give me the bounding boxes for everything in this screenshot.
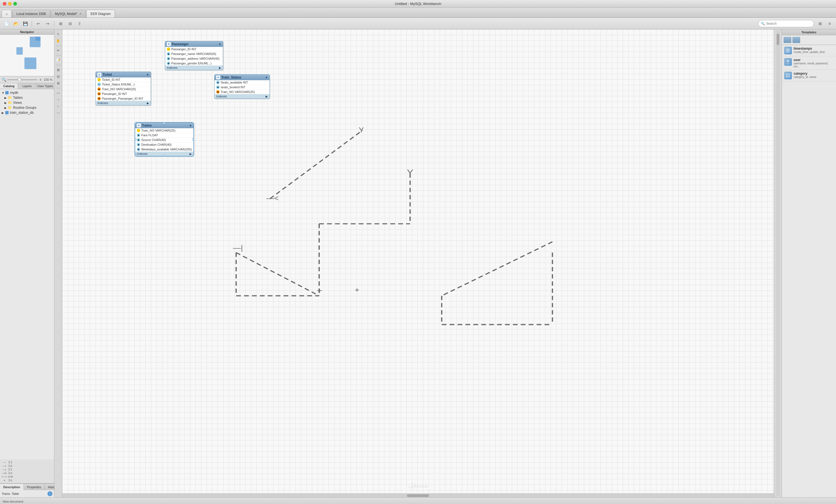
search-input[interactable] <box>766 22 811 25</box>
passanger-expand-icon[interactable]: ▼ <box>218 43 221 46</box>
rel-tool-4[interactable]: ⋯ <box>55 110 61 116</box>
ticket-expand-icon[interactable]: ▼ <box>146 73 149 76</box>
relationship-types: — 1:1 —< 1:n —| 1:1 —|< 1:n >—< n:m ∞ 1:… <box>0 459 54 483</box>
svg-rect-23 <box>788 74 790 75</box>
rel-1-1: — 1:1 <box>2 461 53 464</box>
navigator: Navigator <box>0 30 54 76</box>
table-train-status[interactable]: ⊞ Train_Status ▼ ◆ Seats_available INT ◆… <box>214 74 270 99</box>
tab-home[interactable]: ⌂ <box>2 10 12 18</box>
template-category[interactable]: category category_id, name <box>782 70 836 81</box>
canvas-area[interactable]: —< Y + Y + —| ⊞ Passanger ▼ <box>62 30 774 497</box>
toggle-button-1[interactable]: ⊞ <box>57 20 65 27</box>
resize-handle-e[interactable] <box>192 138 194 140</box>
field-seats-booked: ◆ seats_booked INT <box>214 85 269 90</box>
template-timestamps[interactable]: T timestamps create_time, update_time <box>782 45 836 56</box>
tree-tables[interactable]: ▶ 📁 Tables <box>0 95 54 100</box>
template-user-desc: username, email, password, cre... <box>794 62 834 68</box>
vscroll[interactable] <box>776 31 780 496</box>
trains-expand-icon[interactable]: ▼ <box>189 124 192 127</box>
view-list-button[interactable]: ≡ <box>825 20 834 27</box>
redo-button[interactable]: ↪ <box>43 20 52 27</box>
template-timestamps-icon: T <box>784 46 792 54</box>
hand-tool[interactable]: ✋ <box>55 38 61 44</box>
tab-catalog[interactable]: Catalog <box>0 83 18 89</box>
description-info-button[interactable]: i <box>48 491 53 496</box>
table-passanger[interactable]: ⊞ Passanger ▼ 🔑 Passanger_ID INT ◆ Passa… <box>165 41 223 70</box>
rel-1-1-icon: — <box>2 461 7 464</box>
rel-1-n-b-label: 1:n <box>8 471 12 474</box>
table-ticket[interactable]: ⊞ Ticket ▼ 🔑 Ticket_ID INT ◇ Ticket_Stat… <box>95 72 151 105</box>
train-db-icon <box>5 111 9 115</box>
train-status-expand-icon[interactable]: ▼ <box>265 76 268 79</box>
toggle-button-2[interactable]: ⊟ <box>66 20 74 27</box>
close-button[interactable] <box>3 2 6 5</box>
rel-1-n: —< 1:n <box>2 464 53 468</box>
save-button[interactable]: 💾 <box>21 20 30 27</box>
tab-local-instance[interactable]: Local instance 3306 <box>12 10 50 18</box>
open-button[interactable]: 📂 <box>12 20 20 27</box>
btab-properties[interactable]: Properties <box>24 484 45 490</box>
status-bar: New document. <box>0 497 836 504</box>
resize-handle-sw[interactable] <box>135 155 136 156</box>
maximize-button[interactable] <box>13 2 17 5</box>
zoom-in-icon[interactable]: + <box>38 77 43 82</box>
zoom-slider[interactable] <box>7 79 37 80</box>
resize-handle-w[interactable] <box>135 138 136 140</box>
template-user-text: user username, email, password, cre... <box>794 58 834 68</box>
minimize-button[interactable] <box>8 2 12 5</box>
table-train-status-indexes[interactable]: Indexes ▶ <box>214 94 269 98</box>
share-button[interactable]: ⇪ <box>76 20 84 27</box>
rel-tool-1[interactable]: — <box>55 90 61 96</box>
rel-1-n-c: ∞ 1:n <box>2 479 53 482</box>
view-grid-button[interactable]: ⊞ <box>816 20 824 27</box>
rel-1-1-b-icon: —| <box>2 468 7 471</box>
resize-handle-s[interactable] <box>163 155 166 156</box>
zoom-out-icon[interactable]: 🔍 <box>2 77 6 82</box>
table-tool[interactable]: ⊞ <box>55 67 61 73</box>
search-box[interactable]: 🔍 <box>758 20 814 27</box>
template-icon-1[interactable] <box>783 37 791 43</box>
template-user[interactable]: user username, email, password, cre... <box>782 56 836 70</box>
nav-preview <box>0 35 54 76</box>
undo-button[interactable]: ↩ <box>34 20 42 27</box>
pk-icon-ticket: 🔑 <box>97 78 101 81</box>
catalog-tree: ▼ mydb ▶ 📁 Tables ▶ 📁 Views ▶ 📁 Routine … <box>0 89 54 459</box>
tree-views[interactable]: ▶ 📁 Views <box>0 100 54 105</box>
field-passanger-gender: ◆ Passanger_gender ENUM(...) <box>165 61 223 65</box>
tab-user-types[interactable]: User Types <box>36 83 54 89</box>
note-tool[interactable]: 📝 <box>55 57 61 63</box>
rel-tool-3[interactable]: ↔ <box>55 103 61 109</box>
tool-sep-1 <box>56 45 61 46</box>
tab-close-icon[interactable]: ✕ <box>79 12 82 15</box>
routine-tool[interactable]: ⊞ <box>55 80 61 86</box>
table-ticket-indexes[interactable]: Indexes ▶ <box>96 101 151 105</box>
table-icon-ticket: ⊞ <box>97 73 101 77</box>
search-icon: 🔍 <box>761 22 765 25</box>
navigator-map[interactable] <box>0 35 54 76</box>
tab-layers[interactable]: Layers <box>18 83 36 89</box>
template-icon-2[interactable] <box>793 37 800 43</box>
rel-tool-2[interactable]: → <box>55 97 61 103</box>
horizontal-scrollbar[interactable] <box>62 493 774 497</box>
tree-train-station[interactable]: ▶ train_station_db <box>0 110 54 115</box>
view-tool[interactable]: ⊟ <box>55 74 61 80</box>
resize-handle-nw[interactable] <box>135 122 136 124</box>
vscroll-thumb[interactable] <box>777 34 779 45</box>
btab-description[interactable]: Description <box>0 484 24 490</box>
tab-eer-diagram[interactable]: EER Diagram <box>86 10 115 18</box>
tree-mydb[interactable]: ▼ mydb <box>0 90 54 95</box>
field-passanger-name: ◆ Passanger_name VARCHAR(50) <box>165 52 223 56</box>
pk-icon-trains: 🔑 <box>137 129 140 132</box>
views-arrow: ▶ <box>4 101 8 104</box>
table-icon-train-status: ⊞ <box>216 76 220 79</box>
tab-mysql-model[interactable]: MySQL Model* ✕ <box>51 10 86 18</box>
select-tool[interactable]: ↖ <box>55 31 61 37</box>
new-button[interactable]: 📄 <box>2 20 11 27</box>
resize-handle-n[interactable] <box>163 122 166 124</box>
zoom-value: 100 % <box>44 78 53 81</box>
table-passanger-indexes[interactable]: Indexes ▶ <box>165 65 223 70</box>
table-trains[interactable]: ⊞ Trains ▼ 🔑 Train_NO VARCHAR(25) ◆ Fare… <box>135 122 194 156</box>
scrollbar-thumb[interactable] <box>407 494 429 497</box>
eraser-tool[interactable]: ✏ <box>55 47 61 54</box>
tree-routines[interactable]: ▶ 📁 Routine Groups <box>0 105 54 110</box>
